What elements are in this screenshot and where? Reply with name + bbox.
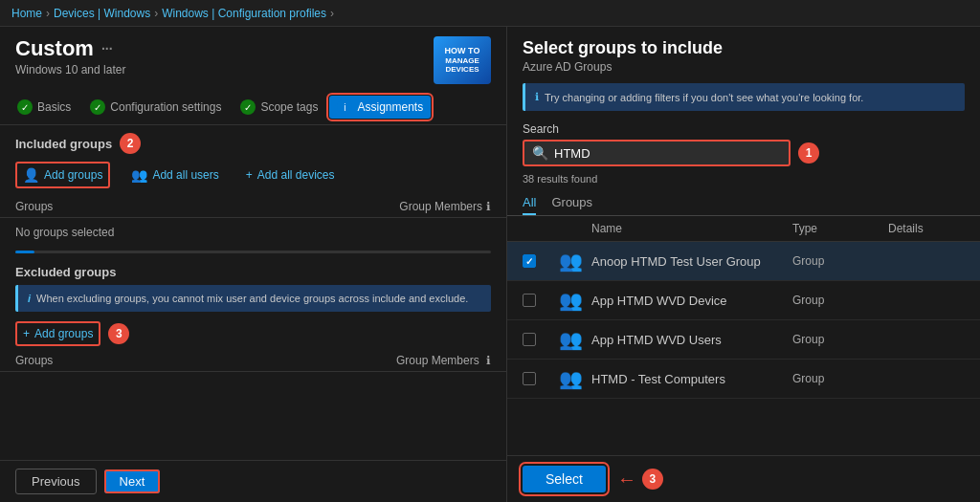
bottom-nav: Previous Next xyxy=(0,460,506,502)
filter-tab-all[interactable]: All xyxy=(523,191,536,215)
info-icon-excl-members: ℹ xyxy=(486,354,491,367)
progress-fill xyxy=(15,251,34,253)
plus-icon-excl: + xyxy=(23,327,30,340)
add-all-users-button[interactable]: 👥 Add all users xyxy=(125,164,224,186)
right-panel-subtitle: Azure AD Groups xyxy=(523,60,965,74)
groups-table: Name Type Details 👥 Anoop HTMD Test User… xyxy=(507,216,980,455)
included-groups-actions: 👤 Add groups 👥 Add all users + Add all d… xyxy=(0,158,506,196)
search-icon: 🔍 xyxy=(532,145,548,161)
tip-text: Try changing or adding filters if you do… xyxy=(545,92,863,103)
excluded-info-text: When excluding groups, you cannot mix us… xyxy=(36,293,468,304)
excluded-groups-title: Excluded groups xyxy=(15,265,491,279)
wizard-tabs: ✓ Basics ✓ Configuration settings ✓ Scop… xyxy=(0,90,506,125)
page-subtitle: Windows 10 and later xyxy=(15,63,125,76)
person-add-icon: 👤 xyxy=(23,167,39,183)
group-name-4: HTMD - Test Computers xyxy=(591,372,792,386)
thumbnail-line3: DEVICES xyxy=(445,65,479,75)
group-avatar-1: 👥 xyxy=(557,248,584,274)
included-table-header: Groups Group Members ℹ xyxy=(0,196,506,218)
tab-basics[interactable]: ✓ Basics xyxy=(10,96,78,119)
select-button[interactable]: Select xyxy=(523,466,606,492)
search-box: 🔍 xyxy=(523,140,791,166)
search-input[interactable] xyxy=(554,146,781,161)
annotation-3-right: 3 xyxy=(642,469,663,490)
left-panel: Custom ··· Windows 10 and later HOW TO M… xyxy=(0,27,507,502)
tip-banner: ℹ Try changing or adding filters if you … xyxy=(523,83,965,111)
right-header: Select groups to include Azure AD Groups xyxy=(507,27,980,79)
check-icon-basics: ✓ xyxy=(17,99,33,115)
group-icon-4: 👥 xyxy=(559,367,583,390)
info-banner-icon: i xyxy=(28,293,31,304)
right-panel-title: Select groups to include xyxy=(523,38,965,58)
group-avatar-3: 👥 xyxy=(557,326,584,353)
excl-col-members: Group Members ℹ xyxy=(396,354,491,367)
breadcrumb-config-profiles[interactable]: Windows | Configuration profiles xyxy=(162,7,326,20)
more-options-icon[interactable]: ··· xyxy=(101,41,113,56)
filter-tabs: All Groups xyxy=(507,187,980,216)
included-groups-title: Included groups xyxy=(15,137,112,151)
group-type-1: Group xyxy=(792,254,888,268)
group-type-2: Group xyxy=(792,294,888,307)
no-groups-msg: No groups selected xyxy=(0,218,506,247)
tab-assignments[interactable]: i Assignments xyxy=(329,96,431,119)
group-row-1[interactable]: 👥 Anoop HTMD Test User Group Group xyxy=(507,242,980,281)
checkbox-group-3[interactable] xyxy=(523,333,536,346)
breadcrumb: Home › Devices | Windows › Windows | Con… xyxy=(0,0,980,27)
arrow-annotation-3: ← xyxy=(617,469,636,491)
col-header-groups: Groups xyxy=(15,200,399,213)
group-avatar-2: 👥 xyxy=(557,287,584,314)
people-icon: 👥 xyxy=(131,167,147,183)
col-type-header: Type xyxy=(792,222,888,235)
annotation-2-left: 2 xyxy=(120,133,141,154)
search-section: Search 🔍 1 xyxy=(507,115,980,170)
page-title: Custom xyxy=(15,36,94,61)
group-row-4[interactable]: 👥 HTMD - Test Computers Group xyxy=(507,360,980,399)
excluded-table-header: Groups Group Members ℹ xyxy=(0,350,506,372)
progress-line xyxy=(15,251,491,253)
thumbnail-line2: MANAGE xyxy=(445,56,479,66)
group-row-3[interactable]: 👥 App HTMD WVD Users Group xyxy=(507,320,980,360)
checkbox-group-2[interactable] xyxy=(523,294,536,307)
plus-icon: + xyxy=(246,168,253,182)
excluded-info-banner: i When excluding groups, you cannot mix … xyxy=(15,285,491,312)
checkbox-group-1[interactable] xyxy=(523,254,536,268)
tab-scope[interactable]: ✓ Scope tags xyxy=(233,96,325,119)
col-details-header: Details xyxy=(888,222,965,235)
group-name-3: App HTMD WVD Users xyxy=(591,333,792,347)
breadcrumb-devices[interactable]: Devices | Windows xyxy=(54,7,150,20)
group-row-2[interactable]: 👥 App HTMD WVD Device Group xyxy=(507,281,980,320)
breadcrumb-home[interactable]: Home xyxy=(11,7,42,20)
thumbnail-badge: HOW TO MANAGE DEVICES xyxy=(434,36,491,84)
next-button[interactable]: Next xyxy=(104,469,161,493)
tab-config[interactable]: ✓ Configuration settings xyxy=(82,96,229,119)
excl-add-groups-button[interactable]: + Add groups xyxy=(15,321,100,346)
group-type-3: Group xyxy=(792,333,888,346)
col-name-header: Name xyxy=(591,222,792,235)
info-icon-members: ℹ xyxy=(486,200,491,213)
groups-table-header: Name Type Details xyxy=(507,216,980,242)
left-header: Custom ··· Windows 10 and later HOW TO M… xyxy=(0,27,506,90)
search-label: Search xyxy=(523,122,791,136)
check-icon-scope: ✓ xyxy=(240,99,256,115)
group-type-4: Group xyxy=(792,372,888,385)
tip-icon: ℹ xyxy=(535,91,539,103)
group-name-1: Anoop HTMD Test User Group xyxy=(591,254,792,269)
group-name-2: App HTMD WVD Device xyxy=(591,294,792,308)
check-icon-config: ✓ xyxy=(90,99,105,115)
excluded-action-row: + Add groups 3 xyxy=(0,316,506,350)
checkbox-group-4[interactable] xyxy=(523,372,536,385)
previous-button[interactable]: Previous xyxy=(15,469,97,494)
thumbnail-line1: HOW TO xyxy=(445,46,480,56)
add-all-devices-button[interactable]: + Add all devices xyxy=(240,164,341,186)
group-avatar-4: 👥 xyxy=(557,365,584,392)
annotation-3-left: 3 xyxy=(108,323,129,344)
add-groups-button[interactable]: 👤 Add groups xyxy=(15,162,110,188)
group-icon-2: 👥 xyxy=(559,289,583,312)
group-icon-1: 👥 xyxy=(559,250,583,273)
group-icon-3: 👥 xyxy=(559,328,583,351)
right-panel: Select groups to include Azure AD Groups… xyxy=(507,27,980,502)
excl-col-groups: Groups xyxy=(15,354,396,367)
col-header-members: Group Members ℹ xyxy=(399,200,491,213)
filter-tab-groups[interactable]: Groups xyxy=(551,191,592,215)
info-icon-assignments: i xyxy=(337,99,352,115)
